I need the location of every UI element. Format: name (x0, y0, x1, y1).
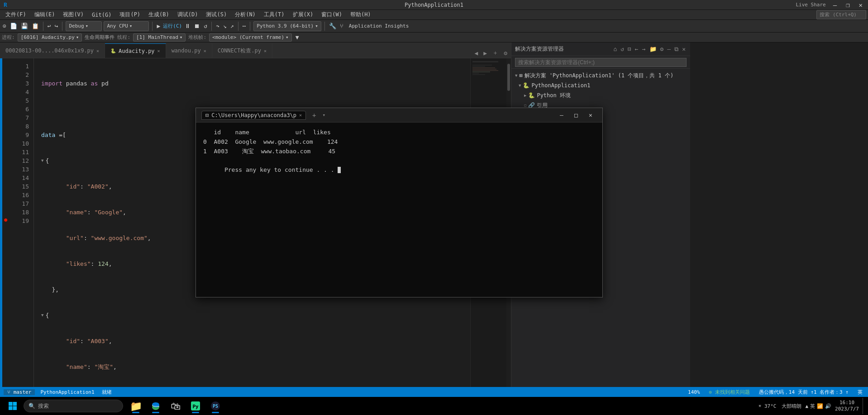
scroll-thumb[interactable] (507, 64, 510, 91)
tab-inactive-2-close[interactable]: ✕ (204, 48, 206, 53)
panel-icon-home[interactable]: ⌂ (612, 45, 618, 54)
toolbar-refresh-icon[interactable]: ↺ (203, 22, 208, 30)
thread-dropdown[interactable]: [1] MainThread ▾ (133, 33, 186, 42)
menu-item-project[interactable]: 项目(P) (116, 10, 144, 19)
toolbar-icon-1[interactable]: ⊙ (2, 22, 7, 30)
status-project[interactable]: PythonApplication1 (38, 389, 96, 395)
status-git-changes[interactable]: 愚公搬代码，14 天前 ↑1 名作者：3 ↑ (757, 389, 850, 396)
toolbar-pause-icon[interactable]: ⏸ (184, 22, 191, 30)
panel-minimize[interactable]: — (666, 45, 672, 54)
tab-inactive-1-close[interactable]: ✕ (96, 48, 99, 53)
status-branch[interactable]: ⑂ master (4, 389, 35, 395)
tree-item-project[interactable]: ▼ 🐍 PythonApplication1 (511, 80, 690, 90)
toolbar-step-out[interactable]: ↗ (229, 22, 235, 30)
tab-settings[interactable]: ⚙ (502, 49, 509, 57)
menu-item-window[interactable]: 窗口(W) (318, 10, 346, 19)
menu-item-extensions[interactable]: 扩展(X) (289, 10, 317, 19)
tab-scroll-right[interactable]: ▶ (482, 49, 489, 57)
redo-button[interactable]: ↪ (54, 22, 59, 30)
status-encoding[interactable]: 英 (856, 389, 864, 396)
show-desktop-btn[interactable] (863, 398, 864, 414)
toolbar-step-over[interactable]: ↷ (215, 22, 220, 30)
panel-icon-settings[interactable]: ⚙ (659, 45, 665, 54)
tab-inactive-3-close[interactable]: ✕ (264, 48, 267, 53)
taskbar-start-button[interactable] (4, 398, 22, 414)
tab-inactive-2[interactable]: wandou.py ✕ (166, 43, 212, 58)
taskbar-app-edge[interactable] (147, 398, 165, 414)
terminal-minimize-btn[interactable]: — (555, 110, 568, 120)
tab-scroll-left[interactable]: ◀ (473, 49, 480, 57)
taskbar-clock[interactable]: 16:10 2023/7/7 (835, 400, 859, 413)
terminal-tab-active[interactable]: ⊡ C:\Users\Happy\anaconda3\p ✕ (201, 111, 306, 120)
tray-keyboard[interactable]: 英 (810, 403, 815, 410)
tree-item-solution[interactable]: ▼ ⊞ 解决方案 'PythonApplication1' (1 个项目，共 1… (511, 71, 690, 80)
panel-icon-folder[interactable]: 📁 (649, 45, 658, 54)
restore-button[interactable]: ❐ (844, 1, 851, 9)
run-button[interactable]: ▶ (156, 22, 161, 30)
panel-icon-back[interactable]: ← (634, 45, 639, 54)
panel-float[interactable]: ⧉ (673, 45, 679, 54)
title-bar-controls: Live Share — ❐ ✕ (796, 1, 864, 9)
toolbar-icon-4[interactable]: 📋 (31, 22, 40, 30)
menu-item-analyze[interactable]: 分析(N) (231, 10, 259, 19)
undo-button[interactable]: ↩ (47, 22, 52, 30)
menu-item-test[interactable]: 测试(S) (202, 10, 230, 19)
tree-item-python-env[interactable]: ▶ 🐍 Python 环境 (511, 90, 690, 100)
status-no-issues[interactable]: ⊙ 未找到相关问题 (707, 389, 752, 396)
panel-close[interactable]: ✕ (681, 45, 687, 54)
tray-icon-1[interactable]: ▲ (805, 403, 808, 409)
tab-inactive-3[interactable]: CONNECT检查.py ✕ (212, 43, 272, 58)
panel-icon-sync[interactable]: ↺ (620, 45, 625, 54)
status-zoom[interactable]: 140% (686, 389, 702, 395)
terminal-dropdown-btn[interactable]: ▾ (323, 112, 326, 118)
debug-config-dropdown[interactable]: Debug ▾ (66, 21, 102, 31)
solution-explorer-title: 解决方案资源管理器 (515, 45, 564, 53)
menu-item-build[interactable]: 生成(B) (145, 10, 173, 19)
cpu-dropdown[interactable]: Any CPU ▾ (104, 21, 149, 31)
taskbar-app-python[interactable]: PS (206, 398, 224, 414)
menu-item-help[interactable]: 帮助(H) (347, 10, 375, 19)
tab-active[interactable]: 🐍 Audacity.py ✕ (105, 43, 166, 58)
taskbar-app-pycharm[interactable]: Py (186, 398, 205, 414)
minimize-button[interactable]: — (831, 1, 839, 9)
toolbar-icon-3[interactable]: 💾 (20, 22, 29, 30)
taskbar-app-explorer[interactable]: 📁 (127, 398, 145, 414)
search-box[interactable]: 搜索 (Ctrl+Q) (816, 10, 866, 19)
solution-search-input[interactable] (515, 58, 687, 67)
taskbar-app-store[interactable]: 🛍 (167, 398, 185, 414)
terminal-add-tab[interactable]: + (310, 111, 319, 120)
toolbar-step-into[interactable]: ↘ (222, 22, 228, 30)
toolbar-icon-2[interactable]: 📄 (9, 22, 18, 30)
tab-new[interactable]: ＋ (491, 48, 500, 58)
lifecycle-btn[interactable]: 生命周期事件 (85, 34, 114, 41)
process-dropdown[interactable]: [6016] Audacity.py ▾ (18, 33, 82, 42)
live-share-button[interactable]: Live Share (796, 2, 825, 8)
menu-item-view[interactable]: 视图(V) (59, 10, 87, 19)
edge-icon (150, 401, 161, 411)
menu-item-git[interactable]: Git(G) (88, 11, 115, 19)
tab-inactive-1[interactable]: 00020813-00....046x0x1x9.py ✕ (0, 43, 105, 58)
menu-item-file[interactable]: 文件(F) (2, 10, 30, 19)
menu-item-edit[interactable]: 编辑(E) (31, 10, 59, 19)
terminal-close-btn[interactable]: ✕ (584, 110, 597, 120)
tray-network[interactable]: 📶 (817, 403, 823, 409)
python-version-dropdown[interactable]: Python 3.9 (64-bit) ▾ (253, 21, 321, 31)
terminal-content[interactable]: id name url likes 0 A002 Google www.goog… (196, 123, 602, 297)
toolbar-more-icons[interactable]: ⋯ (242, 22, 247, 30)
terminal-maximize-btn[interactable]: □ (570, 110, 582, 120)
taskbar-search-box[interactable]: 🔍 搜索 (24, 400, 123, 412)
panel-icon-forward[interactable]: → (641, 45, 647, 54)
debug-filter-icon[interactable]: ▼ (295, 33, 300, 42)
menu-item-tools[interactable]: 工具(T) (260, 10, 288, 19)
breakpoint-indicator[interactable]: ● (4, 217, 7, 223)
menu-item-debug[interactable]: 调试(D) (174, 10, 202, 19)
terminal-tab-close[interactable]: ✕ (299, 113, 302, 118)
toolbar-stop-icon[interactable]: ⏹ (193, 22, 201, 30)
tab-active-close[interactable]: ✕ (157, 48, 160, 53)
location-dropdown[interactable]: <module> (Current frame) ▾ (209, 33, 292, 42)
git-icon[interactable]: ⑂ (339, 22, 344, 30)
panel-icon-filter[interactable]: ⊟ (627, 45, 632, 54)
tray-volume[interactable]: 🔊 (825, 403, 831, 409)
close-button[interactable]: ✕ (857, 1, 864, 9)
app-insights-btn[interactable]: Application Insights (346, 22, 411, 30)
